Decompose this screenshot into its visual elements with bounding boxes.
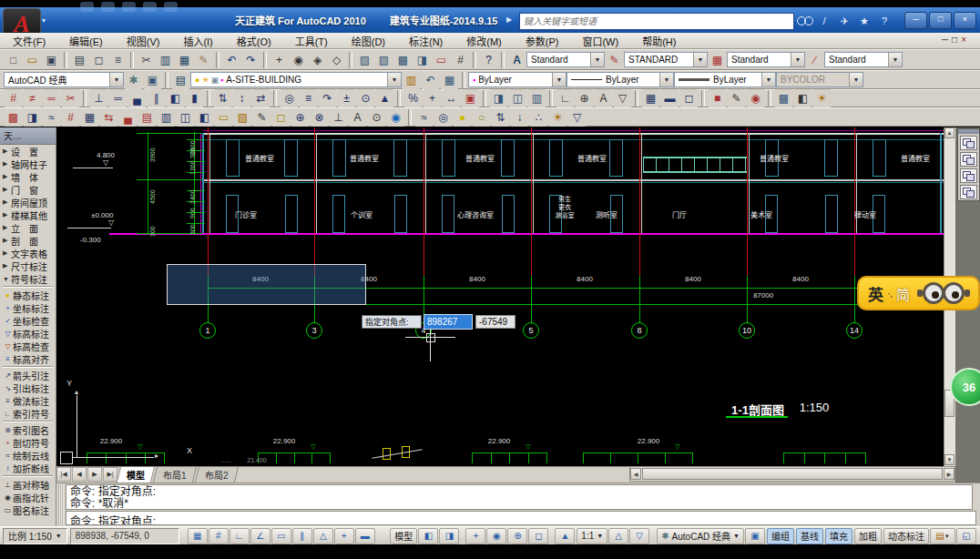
sidebar-item[interactable]: ⊥画对称轴 [0, 478, 56, 491]
sidebar-item[interactable]: ≡做法标注 [0, 394, 56, 407]
layout2-icon[interactable]: ◨ [439, 528, 459, 544]
drafting-toggle-4[interactable]: ∠ [250, 528, 271, 544]
tarch2-icon-7[interactable]: ▤ [138, 108, 157, 127]
menu-item-4[interactable]: 插入(I) [183, 34, 212, 48]
tarch2-icon-19[interactable]: ⊙ [367, 108, 386, 127]
annotation-visibility-icon[interactable]: △ [608, 528, 628, 544]
close-button[interactable]: × [954, 12, 976, 29]
sidebar-item[interactable]: ↗箭头引注 [0, 369, 56, 381]
mdi-minimize-icon[interactable]: ─ [942, 35, 948, 45]
menu-item-11[interactable]: 窗口(W) [582, 34, 618, 48]
tarch1-icon-16[interactable]: ◎ [280, 89, 299, 107]
tool-palettes-icon[interactable]: ▩ [393, 51, 413, 69]
zoom-realtime-icon[interactable]: ◉ [289, 51, 308, 69]
status-button-加粗[interactable]: 加粗 [854, 528, 882, 544]
viewport-panel-titlebar[interactable] [958, 129, 979, 134]
tarch2-icon-20[interactable]: ◉ [386, 108, 405, 127]
chevron-right-icon[interactable]: ▶ [3, 198, 11, 206]
chevron-right-icon[interactable]: ▶ [3, 186, 11, 193]
tarch1-icon-2[interactable]: ═ [42, 89, 61, 107]
sidebar-item[interactable]: ∟索引符号 [0, 407, 56, 420]
color-combo[interactable]: ▪ ByLayer ▼ [468, 72, 567, 87]
menu-item-9[interactable]: 修改(M) [466, 34, 502, 48]
viewport-config-icon[interactable] [960, 136, 977, 150]
tarch1-icon-47[interactable]: ☀ [812, 89, 832, 107]
help-icon[interactable]: ? [479, 51, 498, 69]
drafting-toggle-3[interactable]: ∟ [230, 528, 250, 544]
tarch2-icon-17[interactable]: ⊥ [329, 108, 348, 127]
tarch1-icon-41[interactable]: ■ [708, 89, 727, 107]
quickcalc-icon[interactable]: # [451, 51, 470, 69]
text-style-combo[interactable]: Standard▼ [526, 52, 605, 67]
layer-combo[interactable]: ● ☀ ▣ ▪ A-SITE-BUILDING ▼ [190, 72, 402, 87]
tarch1-icon-30[interactable]: ▥ [527, 89, 546, 107]
menu-item-1[interactable]: 文件(F) [13, 34, 46, 48]
sidebar-item[interactable]: +坐标标注 [0, 301, 56, 314]
save-icon[interactable]: ▣ [42, 51, 61, 69]
copy-icon[interactable]: ▥ [156, 51, 175, 69]
layer-freeze-sun-icon[interactable]: ☀ [201, 76, 209, 85]
sidebar-item[interactable]: ▶设 置 [0, 145, 56, 158]
tarch2-icon-0[interactable]: ▩ [4, 108, 23, 127]
coordinates-readout[interactable]: 898938, -67549, 0 [70, 528, 179, 544]
viewport-config-icon[interactable] [960, 185, 977, 199]
viewport-config-icon[interactable] [960, 152, 977, 167]
sidebar-item[interactable]: ✓坐标检查 [0, 314, 56, 327]
dim-style-combo[interactable]: STANDARD▼ [624, 52, 708, 67]
chevron-down-icon[interactable]: ▼ [888, 53, 902, 66]
pan-icon[interactable]: + [270, 51, 289, 69]
tarch1-icon-38[interactable]: ▬ [660, 89, 679, 107]
sidebar-item[interactable]: ▶文字表格 [0, 247, 56, 259]
scroll-up-icon[interactable]: ▲ [944, 127, 954, 138]
sidebar-item[interactable]: ▶墙 体 [0, 170, 56, 183]
tarch2-icon-22[interactable]: ≈ [414, 108, 434, 127]
tarch1-icon-7[interactable]: ▄ [128, 89, 147, 107]
tarch1-icon-18[interactable]: ↷ [318, 89, 337, 107]
tarch1-icon-1[interactable]: ≠ [23, 89, 42, 107]
table-style-combo[interactable]: Standard▼ [727, 52, 805, 67]
layout1-icon[interactable]: ◧ [418, 528, 438, 544]
sidebar-item[interactable]: ≡标高对齐 [0, 352, 56, 365]
designcenter-icon[interactable]: ▨ [374, 51, 393, 69]
sidebar-item[interactable]: ≀加折断线 [0, 462, 56, 474]
search-input[interactable] [519, 13, 794, 30]
status-button-编组[interactable]: 编组 [767, 528, 794, 544]
ime-mode[interactable]: 英 [868, 282, 883, 305]
tarch2-icon-1[interactable]: ◨ [23, 108, 42, 127]
tarch1-icon-34[interactable]: A [594, 89, 613, 107]
layer-manager-icon[interactable]: ▤ [171, 71, 190, 89]
screen-menu-title[interactable]: 天… [0, 127, 56, 145]
tab-模型[interactable]: 模型 [117, 466, 155, 483]
menu-item-12[interactable]: 帮助(H) [642, 34, 676, 48]
tarch2-icon-28[interactable]: ∴ [529, 108, 548, 127]
tab-nav-icon[interactable]: ▶| [103, 467, 117, 482]
tab-布局2[interactable]: 布局2 [194, 466, 238, 483]
make-layer-current-icon[interactable]: ▥ [402, 71, 421, 89]
qat-icon[interactable] [143, 2, 157, 12]
tarch1-icon-20[interactable]: ⊙ [356, 89, 375, 107]
layer-lock-icon[interactable]: ▣ [211, 76, 219, 85]
tab-nav-icon[interactable]: ◀ [72, 467, 87, 482]
tarch1-icon-25[interactable]: ↔ [442, 89, 461, 107]
paste-icon[interactable]: ▦ [175, 51, 194, 69]
tarch2-icon-13[interactable]: ✎ [252, 108, 271, 127]
infocenter-expand-icon[interactable]: ▶ [506, 15, 512, 24]
undo-icon[interactable]: ↶ [222, 51, 241, 69]
annotation-scale-icon[interactable]: ▲ [555, 528, 575, 544]
minimize-button[interactable]: ─ [904, 12, 927, 29]
quick-access-toolbar[interactable] [80, 2, 178, 12]
tarch1-icon-10[interactable]: ▮ [185, 89, 204, 107]
tarch2-icon-4[interactable]: ▦ [80, 108, 99, 127]
chevron-right-icon[interactable]: ▶ [3, 249, 11, 257]
tarch1-icon-43[interactable]: ◉ [746, 89, 765, 107]
tarch2-icon-14[interactable]: ◻ [271, 108, 291, 127]
layer-previous-icon[interactable]: ↶ [421, 71, 440, 89]
sidebar-item[interactable]: ▭图名标注 [0, 503, 56, 516]
plot-preview-icon[interactable]: ◻ [89, 51, 108, 69]
markup-icon[interactable]: ▭ [432, 51, 451, 69]
tarch2-icon-3[interactable]: # [61, 108, 80, 127]
tarch1-icon-21[interactable]: ▲ [375, 89, 394, 107]
mleader-style-icon[interactable]: ∕ [805, 51, 824, 69]
menu-item-7[interactable]: 绘图(D) [352, 34, 385, 48]
chevron-right-icon[interactable]: ▶ [3, 262, 11, 269]
